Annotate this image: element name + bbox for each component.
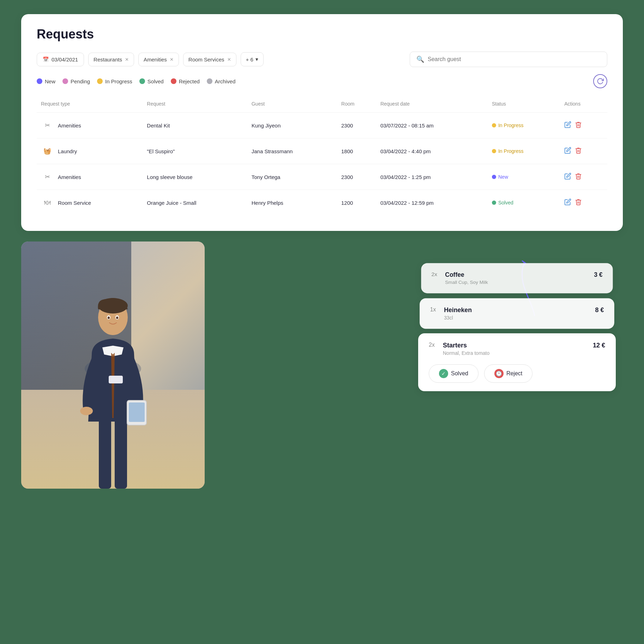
refresh-button[interactable] — [593, 74, 607, 88]
cell-guest-2: Tony Ortega — [247, 164, 337, 190]
col-status: Status — [488, 98, 560, 113]
status-badge-3: Solved — [492, 200, 513, 205]
more-filters-button[interactable]: + 6 ▾ — [241, 52, 264, 66]
remove-room-services[interactable]: ✕ — [227, 57, 231, 62]
calendar-icon: 📅 — [43, 56, 49, 62]
cell-date-1: 03/04/2022 - 4:40 pm — [376, 138, 488, 164]
table-row: 🍽 Room Service Orange Juice - Small Henr… — [37, 190, 607, 216]
cell-room-3: 1200 — [337, 190, 376, 216]
edit-button-3[interactable] — [564, 198, 571, 207]
date-filter[interactable]: 📅 03/04/2021 — [37, 53, 84, 66]
cell-actions-1 — [560, 138, 607, 164]
staff-figure — [56, 284, 169, 489]
table-row: ✂ Amenities Dental Kit Kung Jiyeon 2300 … — [37, 113, 607, 138]
status-dot-new — [37, 78, 42, 84]
hotel-staff-photo — [21, 242, 205, 489]
svg-rect-15 — [109, 376, 123, 383]
coffee-desc: Small Cup, Soy Milk — [445, 280, 488, 285]
status-dot-solved — [139, 78, 145, 84]
coffee-price: 3 € — [594, 272, 602, 279]
cell-room-2: 2300 — [337, 164, 376, 190]
coffee-card: 2x Coffee Small Cup, Soy Milk 3 € — [421, 263, 613, 293]
cell-status-3: Solved — [488, 190, 560, 216]
solved-button[interactable]: ✓ Solved — [429, 364, 479, 383]
order-actions: ✓ Solved 🕐 Reject — [429, 364, 605, 383]
reject-button[interactable]: 🕐 Reject — [484, 364, 532, 383]
heineken-desc: 33cl — [444, 315, 472, 321]
date-value: 03/04/2021 — [52, 56, 78, 62]
starters-qty: 2x — [429, 342, 439, 348]
coffee-qty: 2x — [432, 272, 441, 278]
cell-date-2: 03/04/2022 - 1:25 pm — [376, 164, 488, 190]
cell-status-2: New — [488, 164, 560, 190]
search-box: 🔍 — [410, 52, 607, 67]
remove-amenities[interactable]: ✕ — [170, 57, 174, 62]
status-badge-1: In Progress — [492, 148, 524, 154]
edit-button-2[interactable] — [564, 173, 571, 181]
edit-button-1[interactable] — [564, 147, 571, 156]
edit-button-0[interactable] — [564, 121, 571, 130]
type-label-2: Amenities — [58, 174, 81, 180]
svg-point-13 — [108, 317, 110, 319]
delete-button-2[interactable] — [575, 173, 582, 181]
svg-rect-2 — [115, 418, 127, 489]
cell-request-3: Orange Juice - Small — [143, 190, 247, 216]
cell-type-2: ✂ Amenities — [37, 164, 143, 190]
cell-room-1: 1800 — [337, 138, 376, 164]
cell-request-0: Dental Kit — [143, 113, 247, 138]
cell-room-0: 2300 — [337, 113, 376, 138]
status-dot-archived — [207, 78, 212, 84]
cell-guest-1: Jana Strassmann — [247, 138, 337, 164]
badge-dot-3 — [492, 201, 496, 205]
badge-dot-2 — [492, 175, 496, 179]
starters-name: Starters — [443, 342, 489, 349]
status-dot-pending — [62, 78, 68, 84]
starters-card: 2x Starters Normal, Extra tomato 12 € ✓ … — [418, 333, 616, 391]
check-icon: ✓ — [439, 369, 448, 378]
chevron-down-icon: ▾ — [255, 56, 258, 62]
col-room: Room — [337, 98, 376, 113]
delete-button-0[interactable] — [575, 121, 582, 130]
status-filter-rejected[interactable]: Rejected — [171, 78, 200, 84]
heineken-price: 8 € — [595, 306, 604, 314]
cell-actions-3 — [560, 190, 607, 216]
tag-amenities[interactable]: Amenities ✕ — [138, 53, 179, 66]
status-filter-pending[interactable]: Pending — [62, 78, 90, 84]
remove-restaurants[interactable]: ✕ — [125, 57, 129, 62]
cell-request-2: Long sleeve blouse — [143, 164, 247, 190]
refresh-icon — [597, 78, 604, 85]
badge-dot-1 — [492, 149, 496, 153]
col-actions: Actions — [560, 98, 607, 113]
table-row: 🧺 Laundry "El Suspiro" Jana Strassmann 1… — [37, 138, 607, 164]
status-filter-solved[interactable]: Solved — [139, 78, 164, 84]
tag-restaurants[interactable]: Restaurants ✕ — [88, 53, 134, 66]
coffee-name: Coffee — [445, 272, 488, 279]
status-filter-in-progress[interactable]: In Progress — [97, 78, 132, 84]
starters-desc: Normal, Extra tomato — [443, 350, 489, 356]
type-label-1: Laundry — [58, 148, 77, 154]
cell-type-3: 🍽 Room Service — [37, 190, 143, 216]
cell-actions-0 — [560, 113, 607, 138]
status-badge-2: New — [492, 174, 508, 180]
search-icon: 🔍 — [416, 55, 424, 63]
heineken-name: Heineken — [444, 306, 472, 314]
delete-button-1[interactable] — [575, 147, 582, 156]
cell-status-0: In Progress — [488, 113, 560, 138]
table-row: ✂ Amenities Long sleeve blouse Tony Orte… — [37, 164, 607, 190]
status-filter-new[interactable]: New — [37, 78, 55, 84]
type-icon-2: ✂ — [41, 171, 54, 183]
badge-dot-0 — [492, 123, 496, 127]
cell-type-1: 🧺 Laundry — [37, 138, 143, 164]
filter-bar: 📅 03/04/2021 Restaurants ✕ Amenities ✕ R… — [37, 52, 607, 67]
svg-point-3 — [80, 407, 93, 415]
col-guest: Guest — [247, 98, 337, 113]
tag-room-services[interactable]: Room Services ✕ — [183, 53, 236, 66]
cell-type-0: ✂ Amenities — [37, 113, 143, 138]
svg-point-10 — [106, 298, 120, 306]
search-input[interactable] — [428, 56, 601, 62]
delete-button-3[interactable] — [575, 198, 582, 207]
cell-actions-2 — [560, 164, 607, 190]
type-label-0: Amenities — [58, 123, 81, 129]
type-label-3: Room Service — [58, 200, 91, 206]
status-filter-archived[interactable]: Archived — [207, 78, 235, 84]
